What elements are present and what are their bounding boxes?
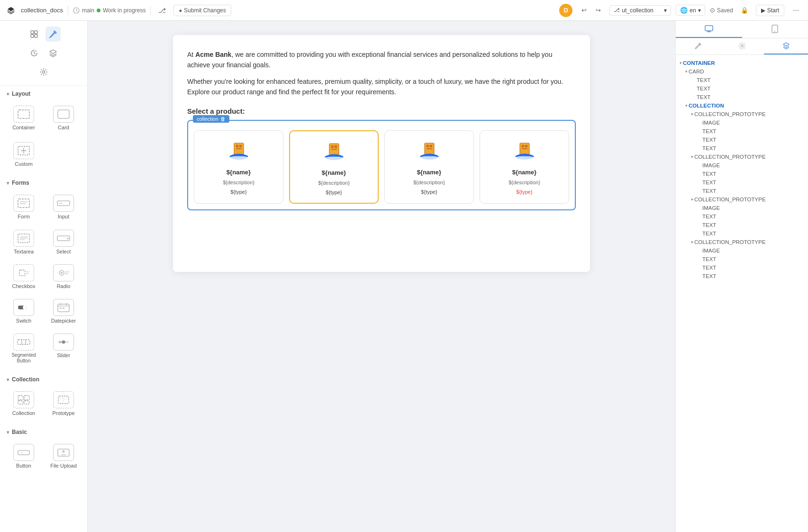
product-card-2[interactable]: ${name} ${description} ${type} [289,130,379,204]
switch-component[interactable]: Switch [5,295,43,328]
textarea-icon [13,230,34,247]
section-basic[interactable]: ▾ Basic [0,424,87,438]
settings-tab[interactable] [720,38,764,54]
chevron-down-icon: ▾ [691,154,693,159]
card-component[interactable]: Card [45,102,82,135]
tree-p3-text-1[interactable]: TEXT [676,212,808,221]
tree-container[interactable]: ▾ CONTAINER [676,59,808,67]
lock-icon-btn[interactable]: 🔒 [738,4,751,17]
layers-tab[interactable] [764,38,808,54]
form-component[interactable]: Form [5,191,43,224]
tool-row [0,25,87,44]
layers-tool[interactable] [45,45,61,61]
tree-p4-text-1[interactable]: TEXT [676,255,808,263]
start-button[interactable]: ▶ Start [756,5,784,16]
chevron-down-icon: ▾ [7,430,9,435]
view-toggle [676,21,808,38]
text-label: TEXT [697,94,710,100]
tree-prototype-4[interactable]: ▾ COLLECTION_PROTOTYPE [676,238,808,246]
product-card-4[interactable]: ${name} ${description} ${type} [480,130,569,204]
avatar[interactable]: D [559,4,572,17]
datepicker-icon [53,299,74,316]
tree-p3-text-2[interactable]: TEXT [676,221,808,229]
input-component[interactable]: Input [45,191,82,224]
tree-p4-image[interactable]: IMAGE [676,246,808,255]
draw-tool[interactable] [45,27,61,42]
tree-p4-text-2[interactable]: TEXT [676,263,808,272]
branch-select[interactable]: ⎇ ut_collection ▾ [609,5,671,16]
section-layout[interactable]: ▾ Layout [0,86,87,100]
collection-container[interactable]: collection 🗑 [187,120,576,210]
product-card-3[interactable]: ${name} ${description} ${type} [384,130,474,204]
tree-card-text-2[interactable]: TEXT [676,84,808,93]
checkbox-component[interactable]: Checkbox [5,261,43,293]
mobile-view-tab[interactable] [742,21,808,38]
custom-components: Custom [0,138,87,175]
tree-p1-text-3[interactable]: TEXT [676,144,808,153]
edit-tab[interactable] [676,38,720,54]
svg-rect-49 [18,451,29,455]
brand-name: Acme Bank [195,51,231,58]
button-component[interactable]: Button [5,440,43,473]
tree-p2-text-2[interactable]: TEXT [676,178,808,187]
card-image-3 [414,138,445,165]
tree-collection[interactable]: ▾ COLLECTION [676,101,808,110]
tree-prototype-2[interactable]: ▾ COLLECTION_PROTOTYPE [676,153,808,161]
intro-paragraph-1: At Acme Bank, we are committed to provid… [187,49,576,71]
card-type-1: ${type} [230,189,246,195]
settings-tool[interactable] [36,64,51,80]
tree-card-text-3[interactable]: TEXT [676,93,808,101]
tree-p3-text-3[interactable]: TEXT [676,229,808,238]
tree-p2-text-1[interactable]: TEXT [676,170,808,178]
more-options-button[interactable]: ⋯ [789,4,802,17]
git-icon-btn[interactable]: ⎇ [155,4,169,17]
svg-rect-11 [18,199,29,207]
tree-p2-text-3[interactable]: TEXT [676,187,808,195]
trash-icon[interactable]: 🗑 [220,116,226,122]
intro-paragraph-2: Whether you're looking for enhanced feat… [187,76,576,98]
chevron-down-icon: ▾ [7,91,9,97]
app-logo[interactable] [6,5,16,16]
history-tool[interactable] [27,45,42,61]
radio-component[interactable]: Radio [45,261,82,293]
desktop-view-tab[interactable] [676,21,742,38]
chevron-down-icon: ▾ [691,112,693,117]
tree-p1-text-2[interactable]: TEXT [676,135,808,144]
section-collection[interactable]: ▾ Collection [0,371,87,386]
collection-component[interactable]: Collection [5,388,43,420]
product-card-1[interactable]: ${name} ${description} ${type} [194,130,283,204]
select-component[interactable]: Select [45,226,82,259]
custom-component[interactable]: Custom [5,138,43,171]
undo-button[interactable]: ↩ [577,4,590,17]
textarea-component[interactable]: Textarea [5,226,43,259]
tree-p2-image[interactable]: IMAGE [676,161,808,170]
svg-rect-60 [335,145,337,148]
tree-p1-text-1[interactable]: TEXT [676,127,808,135]
project-name[interactable]: collection_docs [21,7,63,14]
section-forms[interactable]: ▾ Forms [0,175,87,189]
branch-info[interactable]: main Work in progress [73,7,146,14]
tree-p1-image[interactable]: IMAGE [676,118,808,127]
chevron-down-icon: ▾ [685,69,688,74]
tree-p3-image[interactable]: IMAGE [676,204,808,212]
container-component[interactable]: Container [5,102,43,135]
prototype-component[interactable]: Prototype [45,388,82,420]
language-select[interactable]: 🌐 en ▾ [676,5,705,16]
datepicker-component[interactable]: Datepicker [45,295,82,328]
submit-changes-button[interactable]: ● Submit Changes [173,5,231,16]
slider-component[interactable]: Slider [45,330,82,368]
file-upload-component[interactable]: File Upload [45,440,82,473]
tree-card[interactable]: ▾ CARD [676,67,808,76]
redo-button[interactable]: ↪ [591,4,605,17]
components-tool[interactable] [27,27,42,42]
tree-panel: ▾ CONTAINER ▾ CARD TEXT TEXT TEXT ▾ COLL… [676,55,808,532]
segmented-button-component[interactable]: Segmented Button [5,330,43,368]
tree-card-text-1[interactable]: TEXT [676,76,808,84]
prototype-tree-label-1: COLLECTION_PROTOTYPE [694,111,766,117]
tree-prototype-1[interactable]: ▾ COLLECTION_PROTOTYPE [676,110,808,118]
card-icon [53,106,74,123]
tree-p4-text-3[interactable]: TEXT [676,272,808,280]
tree-prototype-3[interactable]: ▾ COLLECTION_PROTOTYPE [676,195,808,204]
collection-icon [13,391,34,408]
panel-icon-tabs [676,38,808,55]
